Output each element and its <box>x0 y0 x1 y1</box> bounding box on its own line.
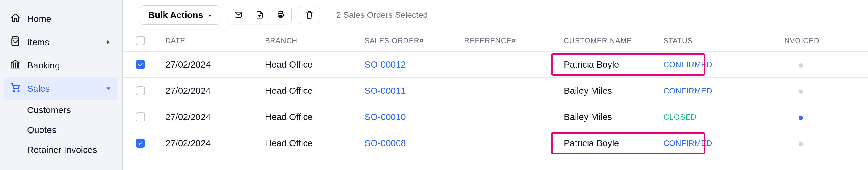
cell-invoiced <box>757 138 844 148</box>
sidebar-label: Sales <box>27 83 50 94</box>
row-checkbox[interactable] <box>136 86 145 95</box>
cell-branch: Head Office <box>265 138 365 148</box>
sidebar-label: Home <box>27 14 51 24</box>
status-dot <box>799 116 803 120</box>
cell-invoiced <box>757 59 844 70</box>
cell-status: CONFIRMED <box>663 86 757 96</box>
table-row[interactable]: 27/02/2024 Head Office SO-00011 Bailey M… <box>123 78 868 104</box>
col-invoiced[interactable]: INVOICED <box>757 36 844 45</box>
button-label: Bulk Actions <box>148 10 203 20</box>
cart-icon <box>10 82 21 95</box>
cell-payment <box>844 138 868 148</box>
cell-invoiced <box>757 86 844 96</box>
home-icon <box>10 13 21 25</box>
sidebar: Home Items Banking Sales <box>0 0 123 170</box>
table-row[interactable]: 27/02/2024 Head Office SO-00012 Patricia… <box>123 52 868 78</box>
cell-customer: Bailey Miles <box>564 86 663 96</box>
cell-date: 27/02/2024 <box>165 59 265 70</box>
sidebar-sub-quotes[interactable]: Quotes <box>0 120 122 140</box>
toolbar: Bulk Actions <box>123 0 868 30</box>
pdf-button[interactable] <box>249 6 270 24</box>
status-dot <box>799 142 803 146</box>
col-date[interactable]: DATE <box>165 36 265 45</box>
cell-status: CLOSED <box>663 112 757 122</box>
selection-count: 2 Sales Orders Selected <box>336 10 428 20</box>
cell-branch: Head Office <box>265 59 365 70</box>
cell-status: CONFIRMED <box>663 60 757 69</box>
cell-date: 27/02/2024 <box>165 138 265 148</box>
cell-status: CONFIRMED <box>663 139 757 148</box>
chevron-right-icon <box>105 37 112 47</box>
cell-customer: Patricia Boyle <box>564 59 663 70</box>
print-button[interactable] <box>270 6 291 24</box>
main: Bulk Actions <box>123 0 868 170</box>
mail-button[interactable] <box>228 6 249 24</box>
caret-down-icon <box>207 10 212 20</box>
mail-icon <box>234 10 243 20</box>
col-ref[interactable]: REFERENCE# <box>464 36 564 45</box>
sidebar-item-items[interactable]: Items <box>0 30 122 54</box>
status-dot <box>799 90 803 94</box>
cell-date: 27/02/2024 <box>165 86 265 96</box>
sidebar-sub-customers[interactable]: Customers <box>0 100 122 120</box>
svg-point-0 <box>13 91 15 92</box>
row-checkbox[interactable] <box>136 60 145 69</box>
cell-customer: Bailey Miles <box>564 112 663 122</box>
svg-point-1 <box>18 91 19 92</box>
table-body: 27/02/2024 Head Office SO-00012 Patricia… <box>123 52 868 157</box>
chevron-down-icon <box>105 83 112 94</box>
cell-branch: Head Office <box>265 86 365 96</box>
select-all-checkbox[interactable] <box>136 36 145 45</box>
sidebar-label: Items <box>27 37 49 47</box>
table-header: DATE BRANCH SALES ORDER# REFERENCE# CUST… <box>123 30 868 52</box>
cell-invoiced <box>757 112 844 122</box>
status-dot <box>799 63 803 68</box>
bag-icon <box>10 36 21 48</box>
cell-payment <box>844 59 868 70</box>
cell-so-link[interactable]: SO-00008 <box>365 138 464 148</box>
cell-customer: Patricia Boyle <box>564 138 663 148</box>
cell-so-link[interactable]: SO-00010 <box>365 112 464 122</box>
sidebar-sub-retainer-invoices[interactable]: Retainer Invoices <box>0 140 122 160</box>
table-row[interactable]: 27/02/2024 Head Office SO-00010 Bailey M… <box>123 104 868 130</box>
col-customer[interactable]: CUSTOMER NAME <box>564 36 663 45</box>
export-group <box>227 6 291 25</box>
bank-icon <box>10 59 21 71</box>
trash-icon <box>305 10 314 20</box>
sidebar-item-sales[interactable]: Sales <box>4 77 117 100</box>
sidebar-item-home[interactable]: Home <box>0 7 122 30</box>
col-so[interactable]: SALES ORDER# <box>365 36 464 45</box>
cell-branch: Head Office <box>265 112 365 122</box>
delete-button[interactable] <box>299 6 320 24</box>
col-status[interactable]: STATUS <box>663 36 757 45</box>
row-checkbox[interactable] <box>136 112 145 122</box>
cell-payment <box>844 86 868 96</box>
sidebar-label: Banking <box>27 60 60 71</box>
print-icon <box>276 10 285 20</box>
cell-payment <box>844 112 868 122</box>
col-branch[interactable]: BRANCH <box>265 36 365 45</box>
row-checkbox[interactable] <box>136 139 145 148</box>
table-row[interactable]: 27/02/2024 Head Office SO-00008 Patricia… <box>123 130 868 157</box>
col-payment[interactable]: PAYMENT <box>844 36 868 45</box>
bulk-actions-button[interactable]: Bulk Actions <box>140 5 220 25</box>
cell-so-link[interactable]: SO-00012 <box>365 59 464 70</box>
sidebar-item-banking[interactable]: Banking <box>0 54 122 77</box>
cell-so-link[interactable]: SO-00011 <box>365 86 464 96</box>
cell-date: 27/02/2024 <box>165 112 265 122</box>
pdf-icon <box>255 10 264 20</box>
